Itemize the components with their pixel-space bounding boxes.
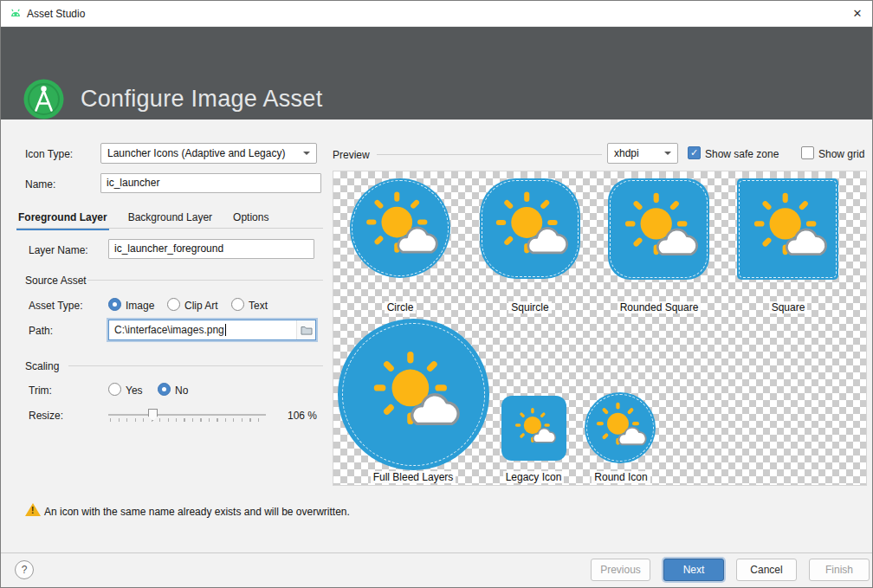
sun-cloud-art <box>587 395 652 460</box>
show-safe-zone-label: Show safe zone <box>705 148 779 160</box>
warning-exclamation: ! <box>31 506 34 515</box>
layer-tabs: Foreground Layer Background Layer Option… <box>18 208 268 229</box>
source-asset-divider <box>87 280 323 281</box>
trim-label: Trim: <box>29 384 52 397</box>
resize-slider[interactable] <box>108 408 266 425</box>
resize-value: 106 % <box>288 410 317 422</box>
android-studio-logo-icon <box>23 79 64 120</box>
folder-icon <box>301 325 313 335</box>
preview-tile-round <box>585 392 656 463</box>
density-value: xhdpi <box>614 147 639 159</box>
sun-cloud-art <box>508 402 561 456</box>
sun-cloud-art <box>358 339 470 451</box>
tile-label-circle: Circle <box>344 301 456 313</box>
asset-type-image-label: Image <box>126 300 154 312</box>
path-value: C:\interface\images.png <box>109 324 224 336</box>
density-select[interactable]: xhdpi <box>607 143 678 164</box>
tile-label-full-bleed: Full Bleed Layers <box>357 471 469 483</box>
asset-type-radio-text[interactable] <box>231 298 244 311</box>
trim-yes-label: Yes <box>126 384 143 397</box>
slider-ticks <box>110 418 266 422</box>
title-bar: Asset Studio ✕ <box>1 1 872 27</box>
show-grid-label: Show grid <box>818 148 864 160</box>
window-title: Asset Studio <box>27 1 85 27</box>
path-input[interactable]: C:\interface\images.png <box>108 320 316 340</box>
text-caret <box>225 324 226 336</box>
tile-label-round: Round Icon <box>565 471 677 483</box>
preview-tile-rounded-square <box>608 178 709 280</box>
scaling-group-label: Scaling <box>25 360 59 372</box>
show-safe-zone-checkbox[interactable] <box>688 146 701 159</box>
trim-radio-yes[interactable] <box>108 383 121 396</box>
asset-type-radio-image[interactable] <box>108 298 121 311</box>
tile-label-squircle: Squircle <box>474 301 586 313</box>
header-banner: Configure Image Asset <box>1 27 872 120</box>
name-value: ic_launcher <box>107 177 159 189</box>
trim-no-label: No <box>175 384 188 397</box>
tile-label-square: Square <box>732 301 844 313</box>
preview-tile-full-bleed <box>338 319 489 470</box>
sun-cloud-art <box>611 182 707 277</box>
preview-tile-circle <box>350 178 450 278</box>
trim-radio-no[interactable] <box>158 383 171 396</box>
layer-name-value: ic_launcher_foreground <box>114 242 223 255</box>
sun-cloud-art <box>482 181 577 275</box>
footer: ? Previous Next Cancel Finish <box>1 553 872 588</box>
android-icon <box>9 7 23 21</box>
browse-folder-button[interactable] <box>296 320 315 339</box>
show-grid-checkbox[interactable] <box>801 146 814 159</box>
preview-tile-square <box>737 178 838 280</box>
asset-type-label: Asset Type: <box>29 300 82 312</box>
close-icon[interactable]: ✕ <box>843 1 872 27</box>
path-label: Path: <box>29 325 53 337</box>
source-asset-group-label: Source Asset <box>25 275 87 287</box>
sun-cloud-art <box>352 181 447 275</box>
tab-options[interactable]: Options <box>233 208 268 229</box>
preview-label: Preview <box>333 149 370 161</box>
layer-name-label: Layer Name: <box>29 244 88 256</box>
preview-divider <box>377 154 602 155</box>
next-button[interactable]: Next <box>663 559 724 581</box>
sun-cloud-art <box>740 182 836 277</box>
asset-type-radio-clipart[interactable] <box>167 298 180 311</box>
warning-text: An icon with the same name already exist… <box>44 506 350 518</box>
tile-label-rounded-square: Rounded Square <box>603 301 715 313</box>
preview-panel: Circle Squircle Rounded Square Square Fu… <box>333 171 867 486</box>
page-title: Configure Image Asset <box>81 86 322 113</box>
previous-button[interactable]: Previous <box>591 559 650 581</box>
icon-type-label: Icon Type: <box>25 148 73 160</box>
finish-button[interactable]: Finish <box>809 559 870 581</box>
name-input[interactable]: ic_launcher <box>100 173 321 193</box>
icon-type-select[interactable]: Launcher Icons (Adaptive and Legacy) <box>100 143 317 164</box>
layer-name-input[interactable]: ic_launcher_foreground <box>108 239 314 259</box>
cancel-button[interactable]: Cancel <box>736 559 797 581</box>
slider-track <box>108 414 266 416</box>
preview-tile-squircle <box>480 178 580 279</box>
asset-type-clipart-label: Clip Art <box>184 300 218 312</box>
help-button[interactable]: ? <box>15 560 34 579</box>
scaling-divider <box>68 365 323 366</box>
tab-background-layer[interactable]: Background Layer <box>128 208 212 229</box>
asset-type-text-label: Text <box>249 300 268 312</box>
tabs-divider <box>16 228 323 229</box>
asset-studio-dialog: Asset Studio ✕ Configure Image Asset Ico… <box>0 0 873 588</box>
icon-type-value: Launcher Icons (Adaptive and Legacy) <box>107 147 285 159</box>
name-label: Name: <box>25 178 55 191</box>
tab-foreground-layer[interactable]: Foreground Layer <box>18 208 107 229</box>
preview-tile-legacy <box>501 396 566 461</box>
resize-label: Resize: <box>29 410 63 422</box>
